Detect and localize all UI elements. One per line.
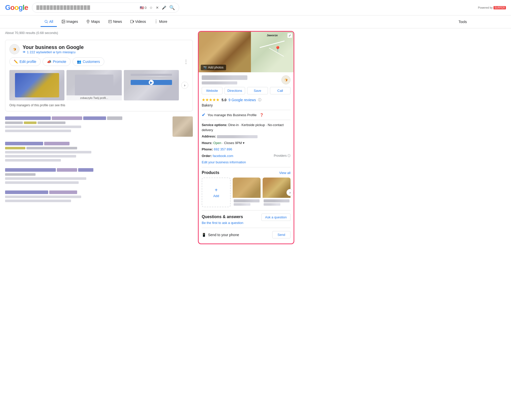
main-content: About 70,900 results (0.68 seconds) 🍞 Yo…: [0, 28, 511, 247]
more-dots-icon: ⋮: [154, 19, 158, 24]
star-rating: ★★★★★: [202, 97, 219, 102]
surfer-badge: Powered by SURFER: [478, 6, 506, 9]
rating-row: ★★★★★ 5.0 9 Google reviews ⓘ: [202, 97, 291, 102]
send-label: 📱 Send to your phone: [202, 233, 239, 237]
business-card: 🍞 Your business on Google 👁 1 222 wyświe…: [5, 40, 193, 111]
service-options-row: Service options: Dine-in · Kerbside pick…: [202, 123, 291, 132]
nav-item-news[interactable]: News: [105, 17, 126, 27]
address-row: Address:: [202, 134, 291, 139]
nav-item-maps[interactable]: Maps: [82, 17, 103, 27]
customers-button[interactable]: 👥 Customers: [73, 57, 104, 66]
product-sublabel-1: [234, 203, 250, 206]
phone-row: Phone: 692 357 896: [202, 147, 291, 152]
product-label-1: [234, 199, 260, 202]
panel-body: 🍞 Website Directions Save Call ★★★★★ 5.0…: [199, 72, 294, 243]
photo-map-section: 📷 Add photos 📍 Jaworze ⤢: [199, 32, 294, 72]
map-section[interactable]: 📍 Jaworze ⤢: [251, 32, 294, 72]
products-title: Products: [202, 170, 219, 175]
search-input[interactable]: [36, 5, 137, 10]
map-pin-icon: 📍: [274, 46, 281, 52]
svg-point-4: [88, 21, 89, 21]
preview-item-2: zobaczyło Twój profil...: [66, 70, 122, 100]
nav-item-all[interactable]: All: [41, 17, 57, 27]
business-info: Your business on Google 👁 1 222 wyświetl…: [23, 44, 84, 54]
nav-item-videos[interactable]: Videos: [127, 17, 150, 27]
ask-question-button[interactable]: Ask a question: [261, 214, 291, 221]
camera-icon: 📷: [203, 66, 207, 69]
website-button[interactable]: Website: [202, 87, 223, 94]
result-text-4: [5, 190, 193, 204]
mic-icon[interactable]: 🎤: [162, 6, 166, 10]
qa-first-ask-link[interactable]: Be the first to ask a question: [202, 221, 243, 225]
hours-open: Open: [213, 141, 222, 145]
business-category: Bakery: [202, 103, 291, 107]
products-section: Products View all + Add: [202, 167, 291, 207]
send-section: 📱 Send to your phone Send: [202, 228, 291, 240]
svg-line-1: [47, 22, 48, 23]
star-icon[interactable]: ☆: [149, 6, 153, 10]
panel-name-row: 🍞: [202, 75, 291, 84]
eye-icon: 👁: [23, 50, 26, 54]
directions-button[interactable]: Directions: [225, 87, 245, 94]
knowledge-panel: 📷 Add photos 📍 Jaworze ⤢ 🍞: [198, 31, 294, 244]
svg-rect-8: [130, 20, 133, 23]
view-all-link[interactable]: View all: [279, 171, 291, 175]
results-count: About 70,900 results (0.68 seconds): [5, 31, 193, 35]
products-next-button[interactable]: ›: [286, 189, 294, 196]
save-button[interactable]: Save: [247, 87, 268, 94]
product-sublabel-2: [264, 203, 280, 206]
more-options-button[interactable]: ⋮: [183, 59, 189, 65]
table-row: [5, 116, 193, 137]
preview-label: zobaczyło Twój profil...: [66, 95, 122, 100]
nav-item-more[interactable]: ⋮ More: [150, 16, 171, 27]
preview-grid: zobaczyło Twój profil... ▶ ›: [9, 70, 189, 100]
qa-title: Questions & answers: [202, 215, 243, 219]
phone-link[interactable]: 692 357 896: [214, 147, 232, 151]
providers-link[interactable]: Providers ⓘ: [274, 153, 291, 158]
products-grid: + Add ›: [202, 178, 291, 207]
result-text-1: [5, 116, 169, 134]
preview-next-button[interactable]: ›: [181, 70, 189, 100]
add-product-button[interactable]: + Add: [202, 178, 231, 207]
edit-profile-button[interactable]: ✏️ Edit profile: [9, 57, 41, 66]
business-views[interactable]: 👁 1 222 wyświetleń w tym miesiącu: [23, 50, 84, 54]
product-image-1: [233, 178, 261, 198]
call-button[interactable]: Call: [270, 87, 291, 94]
map-city-label: Jaworze: [267, 34, 278, 37]
nav-tools[interactable]: Tools: [455, 17, 470, 26]
nav-label-maps: Maps: [91, 20, 100, 24]
promote-button[interactable]: 📣 Promote: [43, 57, 71, 66]
send-button[interactable]: Send: [272, 231, 291, 238]
rating-value: 5.0: [222, 98, 226, 102]
preview-arrow-icon[interactable]: ›: [181, 82, 188, 89]
add-product-icon: +: [215, 187, 218, 193]
qa-ask-row: Be the first to ask a question: [202, 221, 291, 225]
svg-point-3: [62, 21, 63, 21]
search-bar[interactable]: 🇺🇸 0 ☆ ✕ 🎤 🔍: [32, 3, 179, 13]
edit-business-info-link[interactable]: Edit your business information: [202, 160, 291, 164]
add-product-label: Add: [213, 194, 219, 198]
counter-badge: 🇺🇸 0: [140, 6, 147, 10]
nav-item-images[interactable]: Images: [58, 17, 82, 27]
verified-check-icon: ✔: [202, 112, 206, 118]
product-item-1[interactable]: [233, 178, 261, 207]
search-icon[interactable]: 🔍: [169, 5, 175, 10]
reviews-info-icon[interactable]: ⓘ: [258, 98, 261, 102]
products-header: Products View all: [202, 170, 291, 175]
qa-header-row: Questions & answers Ask a question: [202, 214, 291, 221]
nav-label-all: All: [49, 20, 53, 24]
promote-icon: 📣: [47, 60, 51, 64]
svg-point-0: [45, 20, 47, 22]
edit-icon: ✏️: [14, 60, 18, 64]
panel-action-buttons: Website Directions Save Call: [202, 87, 291, 94]
map-expand-button[interactable]: ⤢: [287, 33, 292, 38]
qa-section: Questions & answers Ask a question Be th…: [202, 210, 291, 225]
preview-item-1: [9, 70, 64, 100]
reviews-link[interactable]: 9 Google reviews: [228, 98, 256, 102]
add-photos-button[interactable]: 📷 Add photos: [201, 65, 226, 70]
close-icon[interactable]: ✕: [156, 6, 159, 10]
hours-chevron-icon[interactable]: ▾: [243, 141, 245, 145]
order-link[interactable]: facebook.com: [213, 154, 233, 158]
verified-help-icon[interactable]: ❓: [260, 113, 264, 117]
hours-row: Hours: Open · Closes 9PM ▾: [202, 141, 291, 146]
